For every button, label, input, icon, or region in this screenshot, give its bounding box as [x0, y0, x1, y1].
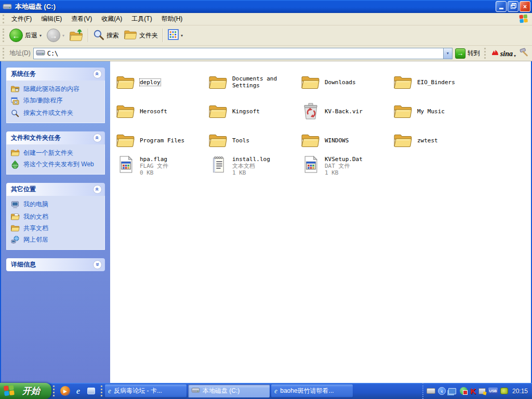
local-connection-icon[interactable]	[478, 388, 486, 394]
file-item-windows[interactable]: WINDOWS	[299, 126, 392, 155]
restore-button[interactable]	[508, 1, 518, 12]
file-item-deploy[interactable]: deploy	[114, 68, 207, 97]
task-hide-drive-contents[interactable]: 隐藏此驱动器的内容	[11, 85, 102, 92]
sina-toolbar-button[interactable]: sina ▾	[491, 49, 516, 58]
flame-icon	[491, 49, 499, 58]
kaspersky-icon[interactable]: K	[470, 387, 476, 395]
task-publish-to-web[interactable]: 将这个文件夹发布到 Web	[11, 161, 102, 169]
task-button-baohe-thread[interactable]: e baohe斑竹请帮看...	[271, 384, 353, 397]
task-button-local-disk-c[interactable]: 本地磁盘 (C:)	[188, 384, 270, 397]
hammer-icon[interactable]	[518, 48, 529, 59]
minimize-button[interactable]	[496, 1, 507, 12]
start-button[interactable]: 开始	[0, 383, 51, 399]
minimize-icon	[499, 8, 503, 9]
new-folder-icon	[11, 149, 20, 156]
file-item-documents-and-settings[interactable]: Documents and Settings	[207, 68, 299, 97]
file-item-tools[interactable]: Tools	[207, 126, 299, 155]
internet-explorer-icon: e	[108, 387, 111, 395]
up-button[interactable]	[67, 27, 86, 44]
menu-tools[interactable]: 工具(T)	[127, 13, 156, 25]
menu-view[interactable]: 查看(V)	[66, 13, 97, 25]
file-list-area[interactable]: deployDocuments and SettingsDownloadsEIO…	[110, 61, 531, 383]
file-name: Herosoft	[140, 108, 167, 115]
folder-icon	[209, 103, 228, 119]
back-button[interactable]: ← 后退 ▾	[7, 28, 44, 43]
collapse-chevron-icon[interactable]: «	[93, 70, 102, 78]
panel-other-places: 其它位置 « 我的电脑 我的文档	[6, 183, 105, 250]
panel-system-tasks-header[interactable]: 系统任务 «	[6, 68, 105, 81]
panel-title: 其它位置	[11, 185, 36, 194]
file-item-eio-binders[interactable]: EIO_Binders	[392, 68, 484, 97]
back-label: 后退	[25, 31, 37, 40]
file-name: Downloads	[325, 79, 356, 86]
toolbar-grip[interactable]	[3, 29, 5, 43]
hide-tray-icons-chevron[interactable]: ‹	[438, 387, 446, 395]
views-dropdown-icon[interactable]: ▾	[181, 33, 183, 38]
link-label: 我的文档	[23, 213, 48, 220]
folders-label: 文件夹	[139, 31, 158, 40]
folder-icon	[209, 132, 228, 148]
network-status-icon[interactable]	[448, 388, 456, 394]
collapse-chevron-icon[interactable]: «	[93, 134, 102, 142]
toolbar-grip[interactable]	[3, 15, 5, 23]
folder-icon	[394, 132, 413, 148]
task-new-folder[interactable]: 创建一个新文件夹	[11, 149, 102, 156]
link-my-documents[interactable]: 我的文档	[11, 213, 102, 220]
usb-device-icon[interactable]: USB	[488, 388, 498, 394]
task-label: 搜索文件或文件夹	[23, 109, 73, 116]
link-shared-documents[interactable]: 共享文档	[11, 224, 102, 232]
menu-file[interactable]: 文件(F)	[7, 13, 36, 25]
toolbar-grip[interactable]	[484, 48, 487, 58]
panel-file-folder-tasks-header[interactable]: 文件和文件夹任务 «	[6, 131, 105, 144]
taskbar-grip[interactable]	[53, 385, 56, 397]
expand-chevron-icon[interactable]: «	[93, 260, 102, 269]
file-item-herosoft[interactable]: Herosoft	[114, 97, 207, 126]
menu-help[interactable]: 帮助(H)	[157, 13, 188, 25]
link-my-computer[interactable]: 我的电脑	[11, 201, 102, 209]
forward-button[interactable]: → ▾	[44, 28, 67, 43]
task-button-antivirus-forum[interactable]: e 反病毒论坛 - 卡...	[105, 384, 187, 397]
views-button[interactable]: ▾	[165, 28, 185, 43]
panel-title: 系统任务	[11, 70, 36, 78]
close-button[interactable]: ×	[520, 1, 530, 12]
show-desktop-icon[interactable]	[86, 386, 96, 396]
file-item-kingsoft[interactable]: Kingsoft	[207, 97, 299, 126]
file-item-install-log[interactable]: install.log文本文档1 KB	[207, 155, 299, 184]
task-add-remove-programs[interactable]: 添加/删除程序	[11, 97, 102, 105]
sina-dropdown-icon[interactable]: ▾	[514, 54, 516, 58]
link-network-places[interactable]: 网上邻居	[11, 236, 102, 244]
display-utility-icon[interactable]	[500, 388, 508, 394]
keyboard-layout-icon[interactable]	[427, 388, 435, 394]
menu-edit[interactable]: 编辑(E)	[36, 13, 66, 25]
panel-other-places-header[interactable]: 其它位置 «	[6, 183, 105, 196]
restore-icon	[511, 5, 515, 9]
file-item-kv-back-vir[interactable]: KV-Back.vir	[299, 97, 392, 126]
file-item-downloads[interactable]: Downloads	[299, 68, 392, 97]
file-item-hpa-flag[interactable]: hpa.flagFLAG 文件0 KB	[114, 155, 207, 184]
internet-explorer-icon[interactable]: e	[73, 386, 83, 396]
back-dropdown-icon[interactable]: ▾	[39, 33, 42, 38]
antivirus-globe-icon[interactable]	[460, 387, 468, 395]
folders-button[interactable]: 文件夹	[122, 28, 161, 43]
folder-icon	[301, 74, 320, 90]
media-player-icon[interactable]: ▶	[60, 386, 70, 396]
system-tray: ‹ K USB 20:15	[422, 383, 532, 399]
menu-favorites[interactable]: 收藏(A)	[97, 13, 127, 25]
address-dropdown-icon[interactable]: ▾	[443, 48, 452, 59]
task-search-files[interactable]: 搜索文件或文件夹	[11, 109, 102, 117]
file-item-kvsetup-dat[interactable]: KVSetup.DatDAT 文件1 KB	[299, 155, 392, 184]
toolbar-grip[interactable]	[3, 48, 5, 58]
file-item-zwtest[interactable]: zwtest	[392, 126, 484, 155]
file-item-program-files[interactable]: Program Files	[114, 126, 207, 155]
window-content: 系统任务 « 隐藏此驱动器的内容 添加/删除程序	[0, 61, 532, 383]
address-input[interactable]: C:\ ▾	[33, 48, 453, 59]
folder-icon	[116, 74, 135, 90]
file-item-my-music[interactable]: My Music	[392, 97, 484, 126]
go-button[interactable]: → 转到	[455, 48, 480, 59]
taskbar-grip[interactable]	[101, 385, 103, 397]
search-button[interactable]: 搜索	[90, 28, 122, 43]
folder-icon	[116, 132, 135, 148]
collapse-chevron-icon[interactable]: «	[93, 185, 102, 194]
panel-details-header[interactable]: 详细信息 «	[6, 258, 105, 271]
folders-icon	[124, 29, 137, 42]
